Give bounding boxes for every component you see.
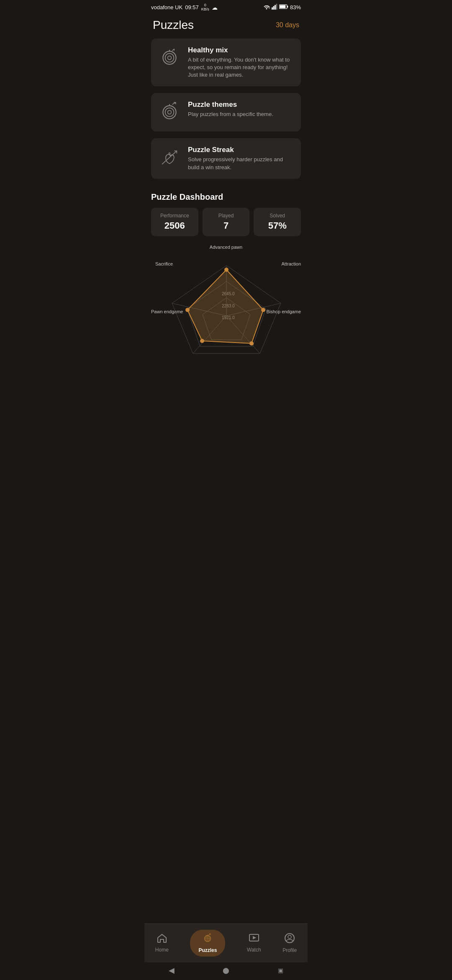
played-value: 7 (207, 220, 246, 231)
signal-icon (272, 4, 277, 11)
played-stat: Played 7 (203, 208, 250, 236)
svg-rect-1 (272, 8, 273, 10)
battery-percent: 83% (290, 4, 301, 10)
puzzle-streak-desc: Solve progressively harder puzzles and b… (188, 156, 294, 171)
svg-rect-3 (275, 5, 276, 10)
puzzle-themes-title: Puzzle themes (188, 101, 273, 109)
radar-chart: Advanced pawn Attraction Bishop endgame … (151, 245, 301, 387)
svg-point-10 (168, 56, 172, 59)
svg-point-14 (168, 111, 172, 114)
puzzle-themes-icon (158, 101, 181, 124)
svg-rect-6 (280, 5, 285, 8)
svg-point-9 (165, 53, 174, 62)
puzzle-themes-card[interactable]: Puzzle themes Play puzzles from a specif… (151, 93, 301, 132)
svg-point-13 (165, 108, 174, 117)
svg-rect-4 (276, 4, 277, 10)
cloud-icon: ☁ (212, 4, 218, 11)
page-title: Puzzles (153, 18, 194, 32)
radar-label-advanced-pawn: Advanced pawn (210, 245, 242, 250)
page-header: Puzzles 30 days (144, 13, 308, 39)
radar-svg (151, 253, 302, 379)
svg-marker-25 (187, 270, 263, 343)
svg-point-26 (224, 268, 229, 272)
solved-stat: Solved 57% (254, 208, 301, 236)
svg-point-28 (249, 341, 254, 346)
puzzle-streak-title: Puzzle Streak (188, 146, 294, 154)
svg-point-27 (261, 308, 265, 312)
battery-icon (279, 4, 288, 10)
performance-stat: Performance 2506 (151, 208, 198, 236)
dashboard-title: Puzzle Dashboard (151, 192, 301, 202)
healthy-mix-title: Healthy mix (188, 46, 294, 54)
healthy-mix-icon (158, 46, 181, 70)
days-badge[interactable]: 30 days (276, 21, 299, 29)
carrier-label: vodafone UK (151, 4, 182, 10)
svg-point-30 (185, 308, 190, 312)
performance-value: 2506 (155, 220, 194, 231)
performance-label: Performance (155, 213, 194, 219)
solved-label: Solved (258, 213, 297, 219)
puzzle-streak-icon (158, 146, 181, 169)
solved-value: 57% (258, 220, 297, 231)
played-label: Played (207, 213, 246, 219)
status-left: vodafone UK 09:57 0 KB/s ☁ (151, 3, 218, 12)
puzzle-streak-content: Puzzle Streak Solve progressively harder… (188, 146, 294, 171)
data-speed-label: 0 KB/s (201, 3, 209, 12)
healthy-mix-card[interactable]: Healthy mix A bit of everything. You don… (151, 39, 301, 87)
puzzle-streak-card[interactable]: Puzzle Streak Solve progressively harder… (151, 138, 301, 178)
wifi-icon: 5 (263, 4, 270, 11)
stats-row: Performance 2506 Played 7 Solved 57% (151, 208, 301, 236)
healthy-mix-desc: A bit of everything. You don't know what… (188, 56, 294, 79)
cards-section: Healthy mix A bit of everything. You don… (144, 39, 308, 179)
dashboard-section: Puzzle Dashboard Performance 2506 Played… (144, 186, 308, 387)
puzzle-themes-content: Puzzle themes Play puzzles from a specif… (188, 101, 273, 118)
healthy-mix-content: Healthy mix A bit of everything. You don… (188, 46, 294, 79)
svg-point-16 (169, 153, 170, 154)
status-bar: vodafone UK 09:57 0 KB/s ☁ 5 (144, 0, 308, 13)
puzzle-themes-desc: Play puzzles from a specific theme. (188, 111, 273, 118)
svg-rect-7 (287, 6, 288, 8)
svg-text:5: 5 (269, 6, 270, 9)
svg-rect-2 (273, 6, 274, 10)
time-label: 09:57 (185, 4, 199, 10)
status-right: 5 83% (263, 4, 301, 11)
svg-point-29 (200, 339, 204, 343)
